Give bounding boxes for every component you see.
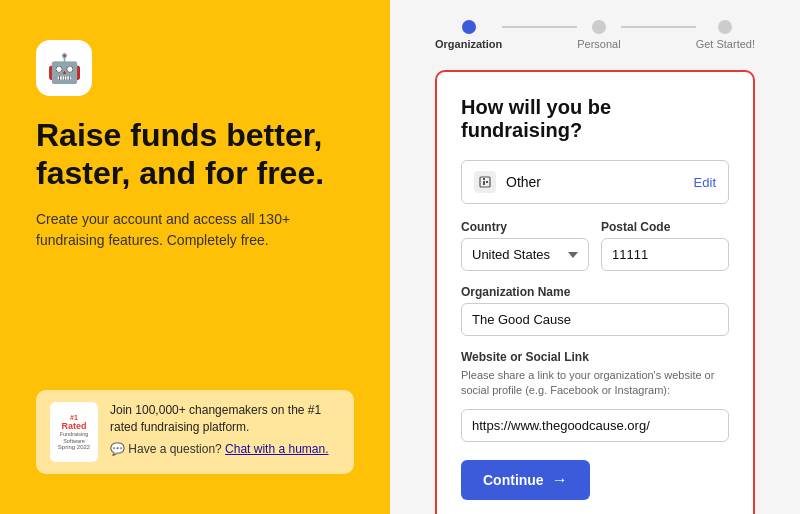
- chat-link[interactable]: Chat with a human.: [225, 442, 328, 456]
- arrow-icon: →: [552, 471, 568, 489]
- country-field-group: Country United States: [461, 220, 589, 271]
- badge-year: Spring 2022: [58, 444, 90, 450]
- svg-rect-3: [483, 178, 485, 180]
- step-label-personal: Personal: [577, 38, 620, 50]
- step-dot-personal: [592, 20, 606, 34]
- country-label: Country: [461, 220, 589, 234]
- form-title: How will you be fundraising?: [461, 96, 729, 142]
- badge-chat-link: 💬 Have a question? Chat with a human.: [110, 442, 340, 456]
- type-text: Other: [506, 174, 541, 190]
- postal-input[interactable]: [601, 238, 729, 271]
- chat-bubble-icon: 💬: [110, 442, 125, 456]
- badge-image: #1 Rated Fundraising Software Spring 202…: [50, 402, 98, 462]
- svg-rect-1: [483, 181, 485, 185]
- website-input[interactable]: [461, 409, 729, 442]
- step-dot-organization: [462, 20, 476, 34]
- step-organization: Organization: [435, 20, 502, 50]
- badge-description: Join 100,000+ changemakers on the #1 rat…: [110, 402, 340, 436]
- step-dot-get-started: [718, 20, 732, 34]
- postal-label: Postal Code: [601, 220, 729, 234]
- building-icon: [478, 175, 492, 189]
- step-line-2: [621, 26, 696, 28]
- country-postal-row: Country United States Postal Code: [461, 220, 729, 271]
- logo: 🤖: [36, 40, 92, 96]
- svg-rect-2: [486, 181, 488, 183]
- headline: Raise funds better, faster, and for free…: [36, 116, 354, 193]
- form-card: How will you be fundraising? Other Edit: [435, 70, 755, 514]
- type-icon: [474, 171, 496, 193]
- chat-prefix: Have a question?: [128, 442, 221, 456]
- website-field-group: Website or Social Link Please share a li…: [461, 350, 729, 442]
- badge-text: Join 100,000+ changemakers on the #1 rat…: [110, 402, 340, 456]
- org-name-input[interactable]: [461, 303, 729, 336]
- badge-label: Fundraising Software: [54, 431, 94, 444]
- country-select[interactable]: United States: [461, 238, 589, 271]
- website-hint: Please share a link to your organization…: [461, 368, 729, 399]
- step-line-1: [502, 26, 577, 28]
- badge-box: #1 Rated Fundraising Software Spring 202…: [36, 390, 354, 474]
- org-name-field-group: Organization Name: [461, 285, 729, 336]
- logo-icon: 🤖: [47, 52, 82, 85]
- postal-field-group: Postal Code: [601, 220, 729, 271]
- continue-label: Continue: [483, 472, 544, 488]
- badge-rank: #1: [70, 414, 78, 421]
- step-label-get-started: Get Started!: [696, 38, 755, 50]
- subtext: Create your account and access all 130+ …: [36, 209, 354, 251]
- website-label: Website or Social Link: [461, 350, 729, 364]
- type-selector[interactable]: Other Edit: [461, 160, 729, 204]
- step-personal: Personal: [577, 20, 620, 50]
- step-label-organization: Organization: [435, 38, 502, 50]
- continue-button[interactable]: Continue →: [461, 460, 590, 500]
- org-name-label: Organization Name: [461, 285, 729, 299]
- edit-button[interactable]: Edit: [694, 175, 716, 190]
- stepper: Organization Personal Get Started!: [435, 20, 755, 50]
- left-panel: 🤖 Raise funds better, faster, and for fr…: [0, 0, 390, 514]
- badge-rated: Rated: [61, 421, 86, 431]
- type-left: Other: [474, 171, 541, 193]
- right-panel: Organization Personal Get Started! How w…: [390, 0, 800, 514]
- step-get-started: Get Started!: [696, 20, 755, 50]
